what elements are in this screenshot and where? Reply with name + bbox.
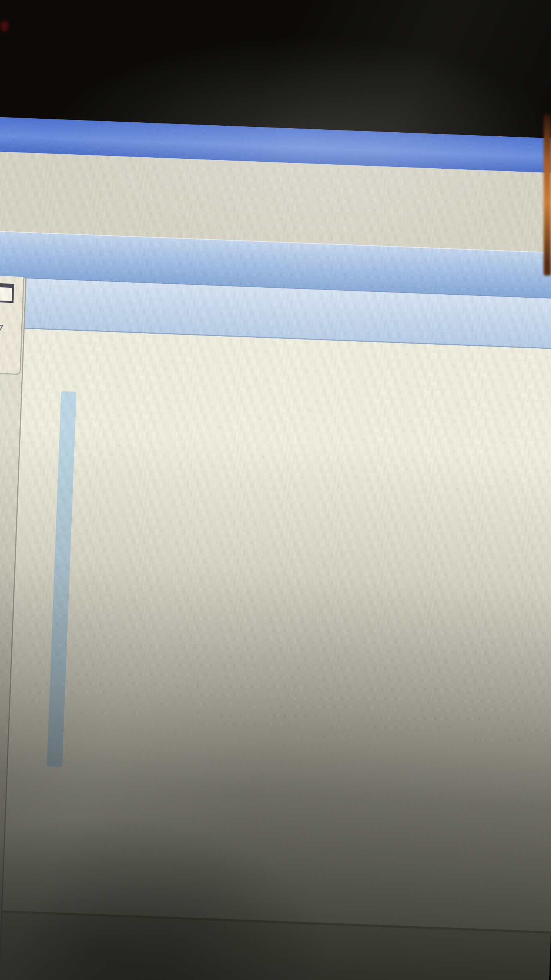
eclipse-window: ▽ bbox=[0, 117, 551, 980]
photo-frame: ▽ bbox=[0, 0, 551, 980]
bezel-reflection bbox=[1, 21, 8, 32]
view-header: ▽ bbox=[0, 275, 24, 375]
restore-view-icon[interactable] bbox=[0, 283, 14, 303]
annotation-bar bbox=[47, 391, 76, 767]
editor-area bbox=[0, 278, 551, 980]
bezel-gap-reflection bbox=[544, 114, 551, 275]
code-editor[interactable] bbox=[0, 329, 551, 980]
view-menu-icon[interactable]: ▽ bbox=[0, 320, 22, 339]
workbench: ▽ bbox=[0, 277, 551, 980]
